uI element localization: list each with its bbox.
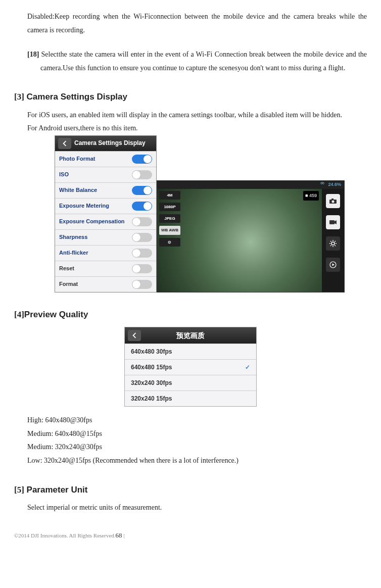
cam-pill[interactable]: ⊙ — [159, 238, 180, 247]
svg-line-11 — [330, 245, 331, 246]
cam-pill[interactable]: JPEG — [159, 214, 180, 223]
cam-right-controls — [322, 189, 344, 292]
preview-quality-panel: 预览画质 640x480 30fps640x480 15fps✓320x240 … — [124, 327, 257, 407]
page-number: 68 — [116, 531, 122, 539]
battery-percent: 24.6% — [328, 180, 341, 189]
pq-row[interactable]: 640x480 15fps✓ — [125, 359, 256, 375]
svg-point-4 — [331, 242, 335, 245]
page-footer: ©2014 DJI Innovations. All Rights Reserv… — [14, 529, 367, 542]
play-icon — [329, 261, 337, 268]
footer-bar: | — [122, 532, 125, 538]
settings-button[interactable] — [326, 236, 340, 251]
camera-icon — [329, 198, 337, 204]
csd-row-reset[interactable]: Reset — [55, 261, 156, 276]
pq-header: 预览画质 — [125, 327, 256, 344]
csd-row-label: Anti-flicker — [59, 248, 88, 258]
heading-4-text: Preview Quality — [24, 310, 88, 319]
toggle-switch[interactable] — [132, 202, 152, 211]
pq-line-3: Low: 320x240@15fps (Recommended when the… — [27, 454, 367, 468]
toggle-switch[interactable] — [132, 170, 152, 179]
sec3-p2: For Android users,there is no this item. — [27, 122, 367, 135]
cam-left-pills: 4M1080PJPEGWB AWB⊙ — [159, 191, 180, 247]
csd-row-white-balance[interactable]: White Balance — [55, 182, 156, 198]
toggle-switch[interactable] — [132, 280, 152, 289]
csd-row-label: White Balance — [59, 185, 97, 195]
heading-3-num: [3] — [14, 92, 24, 102]
csd-row-format[interactable]: Format — [55, 276, 156, 292]
shutter-video-button[interactable] — [326, 215, 340, 229]
heading-parameter-unit: [5] Parameter Unit — [14, 482, 367, 498]
cam-pill[interactable]: WB AWB — [159, 226, 180, 234]
cam-counter-value: 459 — [309, 193, 317, 198]
pq-row-label: 640x480 30fps — [131, 346, 172, 358]
svg-line-12 — [335, 241, 336, 242]
heading-3-text: Camera Settings Display — [24, 92, 127, 102]
toggle-switch[interactable] — [132, 217, 152, 226]
pq-line-2: Medium: 320x240@30fps — [27, 440, 367, 454]
cam-pill[interactable]: 1080P — [159, 203, 180, 211]
pq-line-0: High: 640x480@30fps — [27, 414, 367, 427]
svg-rect-3 — [329, 220, 335, 224]
csd-row-exposure-compensation[interactable]: Exposure Compensation — [55, 214, 156, 229]
toggle-switch[interactable] — [132, 186, 152, 195]
csd-row-label: Sharpness — [59, 232, 87, 242]
back-button[interactable] — [58, 138, 71, 149]
shutter-photo-button[interactable] — [326, 194, 340, 208]
playback-button[interactable] — [326, 258, 340, 272]
item-18-num: [18] — [27, 51, 39, 58]
svg-line-9 — [330, 241, 331, 242]
heading-camera-settings-display: [3] Camera Settings Display — [14, 89, 367, 105]
csd-row-exposure-metering[interactable]: Exposure Metering — [55, 198, 156, 214]
cam-pill[interactable]: 4M — [159, 191, 180, 200]
sec5-p1: Select imperial or metric units of measu… — [27, 501, 367, 515]
csd-row-label: Exposure Metering — [59, 201, 109, 211]
camera-settings-display-panel: Camera Settings Display Photo FormatISOW… — [55, 135, 157, 292]
heading-4-num: [4] — [14, 310, 24, 319]
copyright: ©2014 DJI Innovations. All Rights Reserv… — [14, 532, 116, 538]
item-18: [18] Selectthe state the camera will ent… — [27, 48, 367, 75]
csd-row-label: Format — [59, 279, 78, 289]
svg-line-10 — [335, 245, 336, 246]
back-arrow-icon — [62, 140, 68, 146]
wifi-icon — [320, 180, 325, 189]
toggle-switch[interactable] — [132, 155, 152, 164]
paragraph-disabled: Disabled:Keep recording when the Wi-Fico… — [27, 10, 367, 37]
item-18-text: Selectthe state the camera will enter in… — [39, 51, 367, 72]
csd-row-label: Exposure Compensation — [59, 216, 125, 227]
images-row: Camera Settings Display Photo FormatISOW… — [55, 135, 367, 292]
pq-row-label: 320x240 15fps — [131, 393, 172, 405]
csd-row-label: Reset — [59, 263, 74, 274]
check-icon: ✓ — [245, 362, 250, 373]
back-arrow-icon — [131, 332, 137, 338]
csd-row-iso[interactable]: ISO — [55, 167, 156, 182]
svg-rect-2 — [331, 199, 334, 200]
csd-row-sharpness[interactable]: Sharpness — [55, 229, 156, 245]
svg-point-1 — [332, 200, 335, 203]
pq-line-1: Medium: 640x480@15fps — [27, 427, 367, 441]
pq-row[interactable]: 320x240 15fps — [125, 390, 256, 406]
toggle-switch[interactable] — [132, 249, 152, 258]
camera-live-preview: 24.6% ■ 459 4M1080PJPEGWB AWB⊙ — [157, 180, 345, 292]
csd-title: Camera Settings Display — [74, 137, 146, 149]
gear-icon — [329, 240, 337, 247]
heading-5-text: Parameter Unit — [24, 485, 88, 495]
cam-status-bar: 24.6% — [157, 181, 344, 189]
csd-row-label: ISO — [59, 169, 69, 180]
pq-row-label: 320x240 30fps — [131, 377, 172, 389]
pq-row-label: 640x480 15fps — [131, 362, 172, 373]
csd-header: Camera Settings Display — [55, 136, 156, 151]
csd-row-photo-format[interactable]: Photo Format — [55, 151, 156, 167]
toggle-switch[interactable] — [132, 233, 152, 242]
sec3-p1: For iOS users, an enabled item will disp… — [27, 109, 367, 122]
csd-row-anti-flicker[interactable]: Anti-flicker — [55, 245, 156, 261]
csd-row-label: Photo Format — [59, 154, 96, 164]
pq-title: 预览画质 — [176, 329, 205, 342]
video-icon — [329, 219, 337, 225]
pq-row[interactable]: 320x240 30fps — [125, 375, 256, 390]
cam-counter: ■ 459 — [303, 191, 319, 201]
heading-preview-quality: [4]Preview Quality — [14, 307, 367, 323]
pq-row[interactable]: 640x480 30fps — [125, 344, 256, 359]
pq-back-button[interactable] — [128, 330, 141, 341]
heading-5-num: [5] — [14, 485, 24, 495]
toggle-switch[interactable] — [132, 264, 152, 273]
